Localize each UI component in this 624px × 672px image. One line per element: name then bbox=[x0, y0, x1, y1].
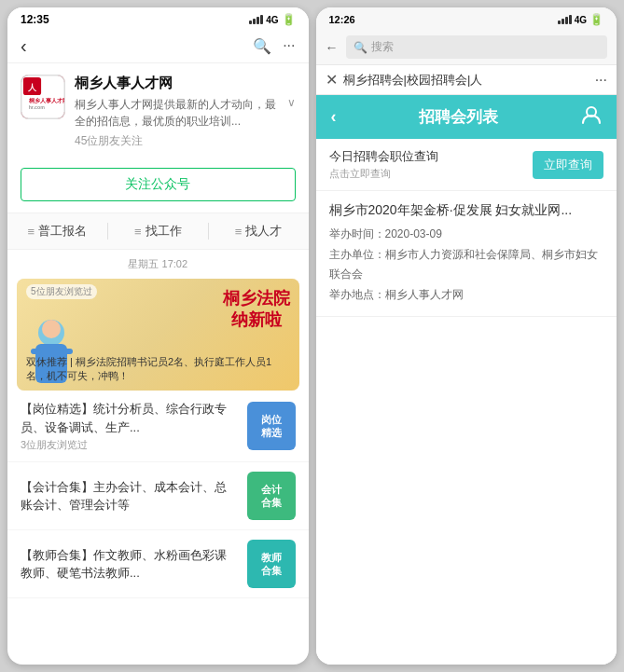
profile-info: 桐乡人事人才网 桐乡人事人才网提供最新的人才动向，最全的招信息，最优质的职业培训… bbox=[75, 75, 296, 149]
menu-item-1[interactable]: ≡ 找工作 bbox=[108, 223, 208, 240]
quick-query-sub: 点击立即查询 bbox=[329, 167, 438, 181]
banner-sub-text: 双休推荐 | 桐乡法院招聘书记员2名、执行庭工作人员1名，机不可失，冲鸭！ bbox=[26, 355, 290, 383]
svg-text:桐乡人事人才网: 桐乡人事人才网 bbox=[28, 97, 64, 103]
svg-text:hr.com: hr.com bbox=[29, 104, 46, 110]
menu-eq-2: ≡ bbox=[235, 225, 243, 239]
teal-bar-title: 招聘会列表 bbox=[419, 106, 498, 128]
article-content-0: 【岗位精选】统计分析员、综合行政专员、设备调试、生产... 3位朋友浏览过 bbox=[21, 400, 238, 452]
menu-label-2: 找人才 bbox=[245, 223, 282, 240]
svg-point-7 bbox=[42, 320, 61, 338]
close-icon-2[interactable]: ✕ bbox=[326, 71, 338, 89]
search-icon-1[interactable]: 🔍 bbox=[253, 37, 271, 55]
quick-query-info: 今日招聘会职位查询 点击立即查询 bbox=[329, 148, 438, 181]
followers-count: 45位朋友关注 bbox=[75, 133, 296, 149]
quick-query-title: 今日招聘会职位查询 bbox=[329, 148, 438, 165]
profile-section: 人 桐乡人事人才网 hr.com 桐乡人事人才网 桐乡人事人才网提供最新的人才动… bbox=[7, 63, 309, 160]
banner-background: 5位朋友浏览过 桐乡法院纳新啦 双休推荐 | 桐乡法院招聘书记员2名、执行庭工作… bbox=[17, 279, 299, 391]
time-2: 12:26 bbox=[329, 14, 355, 25]
menu-item-0[interactable]: ≡ 普工报名 bbox=[7, 223, 107, 240]
status-bar-1: 12:35 4G 🔋 bbox=[7, 7, 309, 30]
more-icon-1[interactable]: ··· bbox=[283, 37, 295, 55]
signal-icon-2 bbox=[558, 15, 572, 24]
menu-eq-0: ≡ bbox=[28, 225, 35, 239]
quick-query-box: 今日招聘会职位查询 点击立即查询 立即查询 bbox=[316, 139, 617, 191]
search-nav: ← 🔍 搜索 bbox=[316, 30, 617, 65]
signal-icon bbox=[249, 15, 263, 24]
article-badge-0: 岗位精选 bbox=[247, 402, 296, 450]
phone2: 12:26 4G 🔋 ← 🔍 搜索 ✕ 桐乡招聘会| bbox=[316, 7, 617, 665]
article-badge-1: 会计合集 bbox=[247, 472, 296, 520]
menu-label-1: 找工作 bbox=[146, 223, 182, 240]
article-text-1: 【会计合集】主办会计、成本会计、总账会计、管理会计等 bbox=[21, 478, 238, 514]
article-content-2: 【教师合集】作文教师、水粉画色彩课教师、硬笔书法教师... bbox=[21, 546, 238, 583]
page-header-2: ✕ 桐乡招聘会|校园招聘会|人 ··· bbox=[316, 65, 617, 95]
menu-bar: ≡ 普工报名 ≡ 找工作 ≡ 找人才 bbox=[7, 213, 309, 250]
search-box[interactable]: 🔍 搜索 bbox=[346, 35, 608, 59]
job-organizer: 主办单位：桐乡市人力资源和社会保障局、桐乡市妇女联合会 bbox=[329, 245, 604, 285]
article-content-1: 【会计合集】主办会计、成本会计、总账会计、管理会计等 bbox=[21, 478, 238, 514]
user-icon[interactable] bbox=[581, 104, 602, 130]
article-card-1[interactable]: 【会计合集】主办会计、成本会计、总账会计、管理会计等 会计合集 bbox=[7, 462, 309, 530]
banner[interactable]: 5位朋友浏览过 桐乡法院纳新啦 双休推荐 | 桐乡法院招聘书记员2名、执行庭工作… bbox=[17, 279, 299, 391]
follow-button[interactable]: 关注公众号 bbox=[21, 168, 296, 201]
profile-name: 桐乡人事人才网 bbox=[75, 75, 296, 92]
nav-bar-1: ‹ 🔍 ··· bbox=[7, 30, 309, 63]
banner-viewed: 5位朋友浏览过 bbox=[26, 284, 97, 299]
menu-label-0: 普工报名 bbox=[38, 223, 87, 240]
search-icon-2: 🔍 bbox=[354, 41, 367, 54]
article-text-0: 【岗位精选】统计分析员、综合行政专员、设备调试、生产... bbox=[21, 400, 238, 436]
search-placeholder: 搜索 bbox=[371, 39, 394, 55]
svg-text:人: 人 bbox=[27, 83, 37, 92]
article-card-0[interactable]: 【岗位精选】统计分析员、综合行政专员、设备调试、生产... 3位朋友浏览过 岗位… bbox=[7, 391, 309, 462]
nav-actions-1: 🔍 ··· bbox=[253, 37, 295, 55]
back-button-1[interactable]: ‹ bbox=[21, 35, 27, 57]
profile-logo: 人 桐乡人事人才网 hr.com bbox=[21, 75, 65, 119]
time-1: 12:35 bbox=[21, 13, 49, 26]
teal-bar: ‹ 招聘会列表 bbox=[316, 95, 617, 139]
status-bar-2: 12:26 4G 🔋 bbox=[316, 7, 617, 30]
profile-desc-row: 桐乡人事人才网提供最新的人才动向，最全的招信息，最优质的职业培训... ∨ bbox=[75, 96, 296, 130]
article-text-2: 【教师合集】作文教师、水粉画色彩课教师、硬笔书法教师... bbox=[21, 546, 238, 583]
network-type-2: 4G bbox=[575, 15, 587, 25]
teal-back-icon[interactable]: ‹ bbox=[331, 107, 337, 127]
job-venue: 举办地点：桐乡人事人才网 bbox=[329, 285, 604, 306]
svg-rect-8 bbox=[31, 349, 42, 354]
follow-btn-wrap: 关注公众号 bbox=[7, 160, 309, 213]
expand-icon[interactable]: ∨ bbox=[287, 96, 296, 109]
timestamp: 星期五 17:02 bbox=[7, 250, 309, 279]
network-type-1: 4G bbox=[266, 15, 278, 25]
status-icons-1: 4G 🔋 bbox=[249, 13, 295, 26]
job-organize-time: 举办时间：2020-03-09 bbox=[329, 225, 604, 245]
phone1: 12:35 4G 🔋 ‹ 🔍 ··· bbox=[7, 7, 309, 665]
profile-desc: 桐乡人事人才网提供最新的人才动向，最全的招信息，最优质的职业培训... bbox=[75, 96, 284, 130]
banner-main-text: 桐乡法院纳新啦 bbox=[223, 288, 290, 332]
article-card-2[interactable]: 【教师合集】作文教师、水粉画色彩课教师、硬笔书法教师... 教师合集 bbox=[7, 530, 309, 598]
battery-icon-2: 🔋 bbox=[589, 13, 603, 26]
menu-eq-1: ≡ bbox=[134, 225, 142, 239]
job-meta-0: 举办时间：2020-03-09 主办单位：桐乡市人力资源和社会保障局、桐乡市妇女… bbox=[329, 225, 604, 305]
empty-content-area bbox=[316, 317, 617, 665]
job-listing-0[interactable]: 桐乡市2020年架金桥·促发展 妇女就业网... 举办时间：2020-03-09… bbox=[316, 191, 617, 317]
nav-back-2[interactable]: ← bbox=[326, 40, 339, 55]
article-list: 【岗位精选】统计分析员、综合行政专员、设备调试、生产... 3位朋友浏览过 岗位… bbox=[7, 391, 309, 665]
status-icons-2: 4G 🔋 bbox=[558, 13, 603, 26]
page-title-2: 桐乡招聘会|校园招聘会|人 bbox=[343, 72, 589, 89]
battery-icon-1: 🔋 bbox=[282, 13, 296, 26]
article-views-0: 3位朋友浏览过 bbox=[21, 438, 238, 452]
more-icon-2[interactable]: ··· bbox=[595, 72, 607, 89]
article-badge-2: 教师合集 bbox=[247, 540, 296, 588]
menu-item-2[interactable]: ≡ 找人才 bbox=[209, 223, 309, 240]
job-title-0: 桐乡市2020年架金桥·促发展 妇女就业网... bbox=[329, 202, 604, 219]
query-button[interactable]: 立即查询 bbox=[533, 151, 603, 179]
svg-rect-9 bbox=[62, 349, 73, 354]
